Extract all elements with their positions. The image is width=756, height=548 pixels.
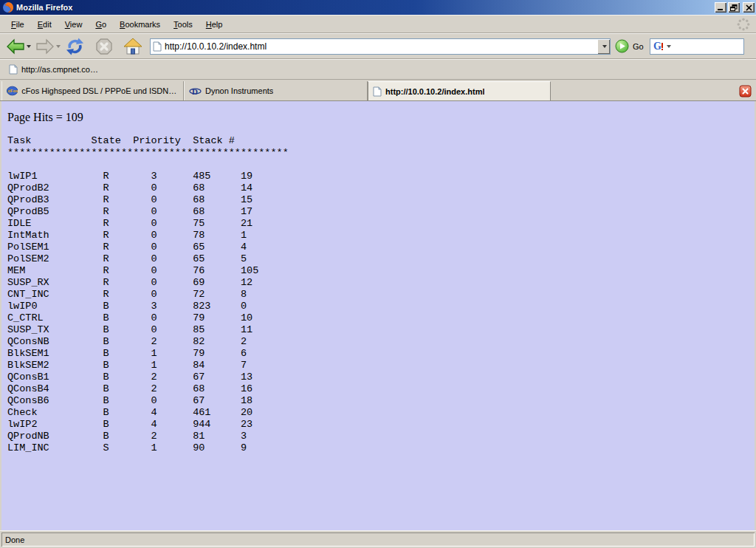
- svg-text:G: G: [653, 41, 662, 52]
- google-icon[interactable]: G: [653, 41, 664, 52]
- navigation-toolbar: http://10.0.10.2/index.html Go G: [0, 33, 756, 59]
- bookmark-item[interactable]: http://as.cmpnet.co…: [6, 62, 101, 77]
- stop-icon: [95, 38, 113, 55]
- go-label[interactable]: Go: [633, 42, 644, 51]
- forward-icon: [35, 38, 55, 55]
- tab-cfos[interactable]: cFos cFos Highspeed DSL / PPPoE und ISDN…: [1, 81, 184, 100]
- firefox-icon: [2, 1, 14, 13]
- reload-button[interactable]: [63, 35, 86, 58]
- throbber-icon: [737, 18, 750, 31]
- search-engine-dropdown-icon[interactable]: [667, 45, 671, 48]
- cfos-icon: cFos: [7, 86, 18, 96]
- forward-dropdown-icon[interactable]: [56, 45, 61, 48]
- status-bar: Done: [0, 530, 756, 548]
- menu-help[interactable]: Help: [199, 18, 230, 31]
- menu-bookmarks[interactable]: Bookmarks: [113, 18, 167, 31]
- bookmark-label[interactable]: http://as.cmpnet.co…: [21, 65, 98, 74]
- url-bar[interactable]: http://10.0.10.2/index.html: [150, 38, 611, 55]
- svg-text:cFos: cFos: [8, 89, 18, 93]
- reload-icon: [65, 37, 85, 56]
- menubar: File Edit View Go Bookmarks Tools Help: [0, 15, 756, 33]
- close-tab-button[interactable]: [739, 85, 752, 97]
- minimize-icon: [718, 4, 724, 11]
- page-content: Page Hits = 109 Task State Priority Stac…: [0, 101, 756, 530]
- window-title: Mozilla Firefox: [16, 3, 715, 12]
- url-dropdown-button[interactable]: [597, 39, 610, 54]
- page-icon: [153, 41, 162, 52]
- browser-window: Mozilla Firefox File Edit View Go Bookma…: [0, 0, 756, 548]
- titlebar: Mozilla Firefox: [0, 0, 756, 15]
- menu-tools[interactable]: Tools: [167, 18, 199, 31]
- stop-button[interactable]: [94, 36, 114, 57]
- restore-icon: [730, 4, 738, 11]
- tab-active-index[interactable]: http://10.0.10.2/index.html: [368, 81, 551, 100]
- menu-file[interactable]: File: [4, 18, 31, 31]
- minimize-button[interactable]: [715, 2, 726, 13]
- tab-label[interactable]: Dynon Instruments: [205, 86, 273, 95]
- back-icon: [6, 38, 25, 55]
- bookmarks-toolbar: http://as.cmpnet.co…: [0, 59, 756, 80]
- back-button[interactable]: [4, 37, 32, 56]
- tab-label[interactable]: cFos Highspeed DSL / PPPoE und ISDN CAP…: [21, 86, 179, 95]
- back-dropdown-icon[interactable]: [27, 45, 31, 48]
- tab-bar: cFos cFos Highspeed DSL / PPPoE und ISDN…: [0, 80, 756, 101]
- go-button[interactable]: [615, 39, 629, 53]
- tab-label[interactable]: http://10.0.10.2/index.html: [385, 87, 484, 96]
- home-icon: [123, 38, 142, 55]
- restore-button[interactable]: [728, 2, 740, 13]
- close-icon: [746, 4, 752, 11]
- status-panel: Done: [1, 532, 755, 547]
- dynon-icon: D: [189, 86, 202, 96]
- close-button[interactable]: [743, 2, 755, 13]
- url-input[interactable]: http://10.0.10.2/index.html: [162, 41, 597, 52]
- page-icon: [373, 86, 382, 97]
- menu-view[interactable]: View: [58, 18, 89, 31]
- status-text: Done: [5, 535, 24, 544]
- forward-button[interactable]: [34, 37, 62, 56]
- page-hits-text: Page Hits = 109: [7, 110, 755, 124]
- task-table: Task State Priority Stack # ************…: [7, 135, 755, 454]
- tab-dynon[interactable]: D Dynon Instruments: [184, 81, 368, 100]
- search-input[interactable]: G: [650, 38, 744, 55]
- menu-edit[interactable]: Edit: [31, 18, 58, 31]
- home-button[interactable]: [122, 36, 144, 57]
- menu-go[interactable]: Go: [89, 18, 113, 31]
- page-icon: [9, 64, 18, 75]
